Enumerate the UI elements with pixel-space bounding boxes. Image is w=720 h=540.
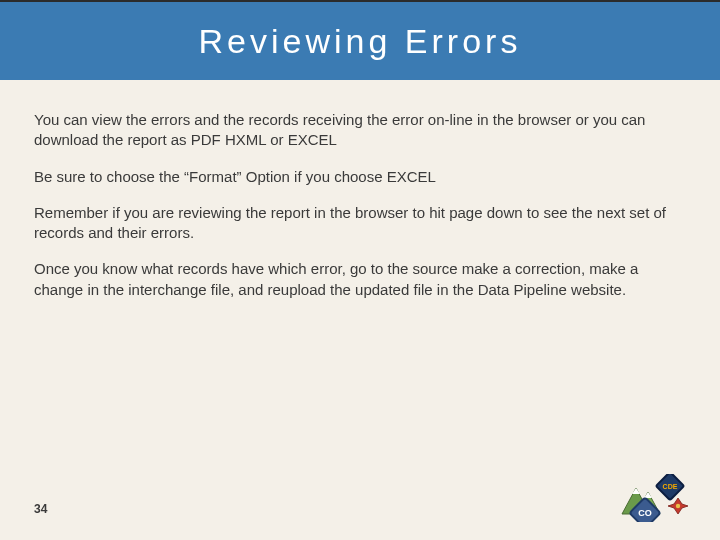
body-paragraph: Once you know what records have which er… [34,259,686,300]
body-paragraph: Be sure to choose the “Format” Option if… [34,167,686,187]
logo-cde-text: CDE [663,483,678,490]
header-band: Reviewing Errors [0,0,720,80]
slide-title: Reviewing Errors [199,22,522,61]
cde-logo-icon: CO CDE [616,474,696,522]
svg-marker-2 [632,488,640,494]
body-paragraph: Remember if you are reviewing the report… [34,203,686,244]
content-area: You can view the errors and the records … [0,80,720,300]
cde-logo: CO CDE [616,474,696,526]
body-paragraph: You can view the errors and the records … [34,110,686,151]
logo-co-text: CO [638,508,652,518]
page-number: 34 [34,502,47,516]
svg-point-7 [676,504,680,508]
svg-marker-3 [644,492,652,498]
